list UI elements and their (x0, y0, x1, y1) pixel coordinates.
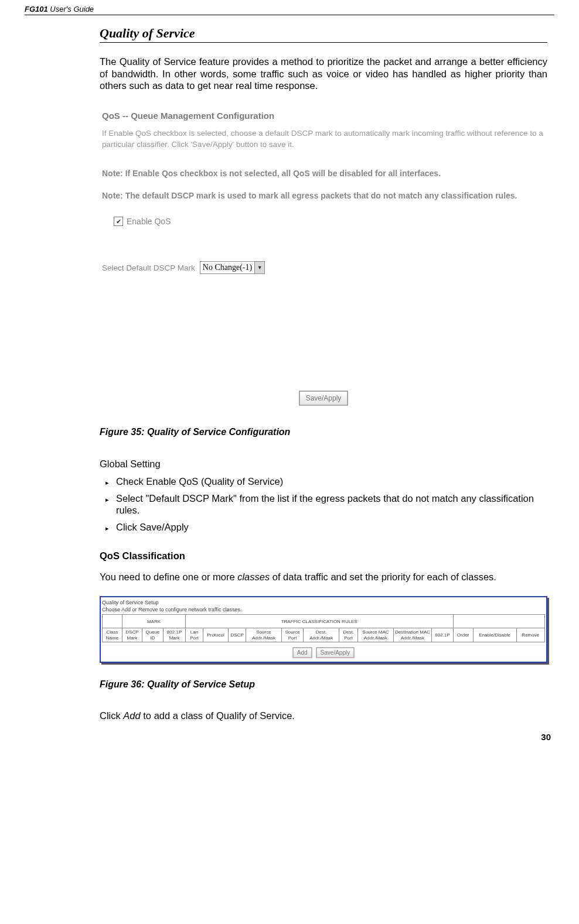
col-dst-port: Dest. Port (339, 628, 357, 642)
group-mark: MARK (122, 615, 185, 628)
dscp-select-row: Select Default DSCP Mark No Change(-1) ▼ (102, 261, 545, 274)
col-dscp-mark: DSCP Mark (122, 628, 142, 642)
enable-qos-label: Enable QoS (127, 217, 171, 226)
qos-config-note2: Note: The default DSCP mark is used to m… (102, 190, 545, 202)
global-setting-label: Global Setting (100, 458, 547, 470)
qos-setup-screenshot: Quality of Service Setup Choose Add or R… (100, 596, 547, 663)
enable-qos-row: ✔ Enable QoS (114, 217, 545, 226)
col-order: Order (453, 628, 473, 642)
dscp-select[interactable]: No Change(-1) ▼ (200, 261, 265, 274)
chevron-down-icon: ▼ (254, 262, 264, 273)
qos-config-title: QoS -- Queue Management Configuration (102, 111, 545, 121)
col-enable-disable: Enable/Disable (473, 628, 516, 642)
col-src-mac: Source MAC Addr./Mask (358, 628, 393, 642)
col-protocol: Protocol (203, 628, 229, 642)
col-8021p: 802.1P (432, 628, 453, 642)
figure-35-caption: Figure 35: Quality of Service Configurat… (100, 427, 547, 437)
figure-36-caption: Figure 36: Quality of Service Setup (100, 679, 547, 690)
header-product: FG101 User's Guide (25, 5, 94, 13)
col-empty-right (453, 615, 544, 628)
dscp-select-value: No Change(-1) (200, 263, 254, 272)
page-number: 30 (25, 732, 554, 742)
page-header: FG101 User's Guide (25, 5, 554, 15)
col-empty (103, 615, 122, 628)
qos-classification-heading: QoS Classification (100, 550, 547, 562)
col-class-name: Class Name (103, 628, 122, 642)
save-apply-button-2[interactable]: Save/Apply (316, 647, 355, 658)
enable-qos-checkbox[interactable]: ✔ (114, 217, 123, 226)
section-title: Quality of Service (100, 26, 547, 43)
qos-setup-table: MARK TRAFFIC CLASSIFICATION RULES Class … (102, 614, 545, 642)
col-lan-port: Lan Port (185, 628, 203, 642)
bullet-2: Select "Default DSCP Mark" from the list… (113, 492, 547, 516)
dscp-select-label: Select Default DSCP Mark (102, 263, 195, 272)
save-apply-button[interactable]: Save/Apply (299, 391, 349, 406)
click-add-para: Click Add to add a class of Qualify of S… (100, 710, 547, 722)
qos-config-note1: Note: If Enable Qos checkbox is not sele… (102, 168, 545, 180)
qos-setup-title: Quality of Service Setup Choose Add or R… (102, 600, 545, 613)
intro-paragraph: The Quality of Service feature provides … (100, 56, 547, 92)
col-dscp: DSCP (229, 628, 246, 642)
qos-classification-para: You need to define one or more classes o… (100, 571, 547, 583)
bullet-3: Click Save/Apply (113, 521, 547, 533)
group-rules: TRAFFIC CLASSIFICATION RULES (185, 615, 453, 628)
bullet-1: Check Enable QoS (Quality of Service) (113, 475, 547, 488)
col-queue-id: Queue ID (142, 628, 163, 642)
qos-config-screenshot: QoS -- Queue Management Configuration If… (100, 105, 547, 409)
col-src-addr: Source Addr./Mask (246, 628, 281, 642)
col-dst-mac: Destination MAC Addr./Mask (393, 628, 432, 642)
col-src-port: Source Port (281, 628, 304, 642)
col-dst-addr: Dest. Addr./Mask (304, 628, 339, 642)
add-button[interactable]: Add (292, 647, 312, 658)
col-remove: Remove (516, 628, 544, 642)
col-8021p-mark: 802.1P Mark (164, 628, 186, 642)
qos-config-desc: If Enable QoS checkbox is selected, choo… (102, 128, 545, 150)
global-setting-bullets: Check Enable QoS (Quality of Service) Se… (100, 475, 547, 533)
